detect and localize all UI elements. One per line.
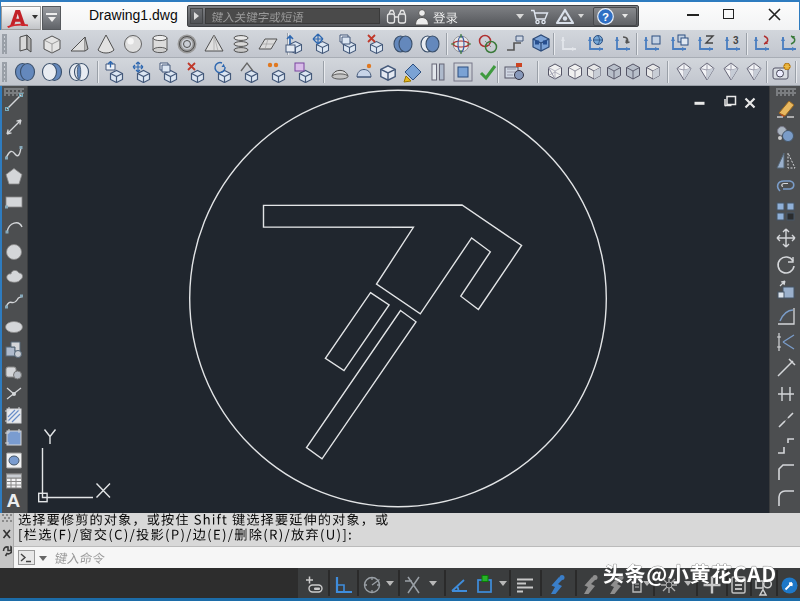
svg-text:3: 3: [733, 35, 739, 46]
svg-text:A: A: [7, 490, 21, 510]
svg-text:?: ?: [602, 11, 609, 23]
